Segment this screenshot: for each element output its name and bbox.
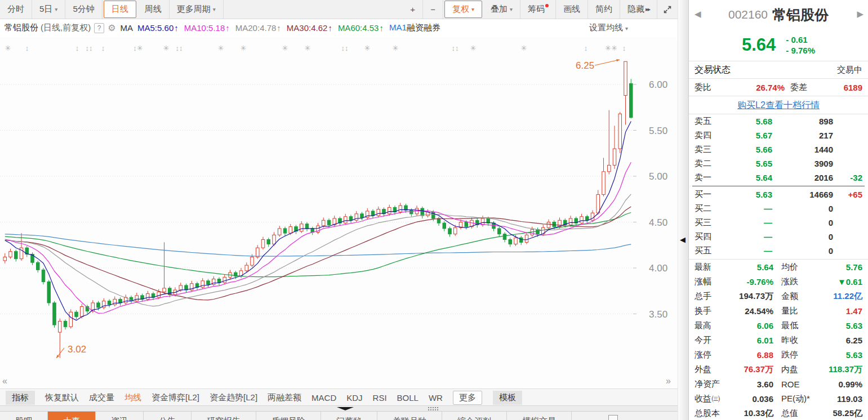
ma-settings-dropdown[interactable]: 设置均线▾	[589, 23, 628, 33]
event-marker-icon[interactable]: ↕↕	[176, 44, 183, 52]
indicator-fund-game[interactable]: 资金博弈[L2]	[152, 392, 199, 403]
chart-canvas[interactable]: 6.005.505.004.504.003.50✳↕↕↕↕↕↕✳✳↕↕✳✳✳✳↕…	[0, 37, 678, 388]
tab-simulation[interactable]: 模拟交易	[507, 412, 572, 420]
indicator-kdj[interactable]: KDJ	[346, 393, 362, 403]
period-5day-button[interactable]: 5日▾	[32, 0, 65, 19]
event-marker-icon[interactable]: ↕	[25, 44, 29, 52]
candle-body	[509, 239, 512, 244]
event-marker-icon[interactable]: ↕↕	[341, 44, 349, 52]
period-5min-label: 5分钟	[73, 4, 94, 15]
stat-label: 跌停	[781, 350, 820, 360]
stat-value: 194.73万	[731, 291, 773, 302]
panel-collapse-strip[interactable]: ◀	[678, 0, 689, 420]
indicator-restore-default[interactable]: 恢复默认	[45, 392, 79, 403]
overlay-button[interactable]: 叠加▾	[483, 0, 520, 19]
gear-icon[interactable]: ⚙	[108, 23, 115, 33]
price-change-pct: - 9.76%	[786, 45, 815, 56]
scroll-right-button[interactable]: »	[666, 376, 671, 386]
tab-ask-secretary[interactable]: 问董秘	[321, 412, 377, 420]
candle-body	[223, 277, 226, 283]
event-marker-icon[interactable]: ✳	[5, 44, 11, 52]
tab-research[interactable]: 研究报告	[192, 412, 256, 420]
period-weekly-button[interactable]: 周线	[137, 0, 170, 19]
stat-value: ▼0.61	[820, 277, 862, 287]
stat-value: 24.54%	[731, 306, 773, 316]
event-marker-icon[interactable]: ↕✳	[133, 44, 143, 52]
event-marker-icon[interactable]: ✳	[163, 44, 170, 52]
indicator-wr[interactable]: WR	[429, 393, 443, 403]
prev-stock-arrow[interactable]: ◀	[695, 9, 701, 19]
event-marker-icon[interactable]: ↕	[584, 44, 588, 52]
simple-mode-button[interactable]: 简约	[588, 0, 620, 19]
candle-body	[503, 234, 506, 240]
candle-body	[251, 257, 254, 265]
event-marker-icon[interactable]: ↕↕	[86, 44, 93, 52]
event-marker-icon[interactable]: ✳	[521, 44, 527, 52]
event-marker-icon[interactable]: ✳	[470, 44, 477, 52]
help-icon[interactable]: ?	[94, 23, 104, 33]
period-5min-button[interactable]: 5分钟	[65, 0, 102, 19]
tab-related[interactable]: 关联品种	[377, 412, 442, 420]
indicator-margin-diff[interactable]: 两融差额	[268, 392, 301, 403]
zoom-out-button[interactable]: −	[423, 0, 443, 19]
event-marker-icon[interactable]: ✳	[241, 44, 247, 52]
indicator-template[interactable]: 模板	[493, 391, 522, 405]
period-time-sharing-button[interactable]: 分时	[0, 0, 32, 19]
event-marker-icon[interactable]: ↕↕	[452, 44, 459, 52]
tab-notice[interactable]: 公告	[144, 412, 192, 420]
ma-info-row: 常铝股份 (日线,前复权) ? ⚙ MA MA5:5.60↑MA10:5.18↑…	[0, 19, 678, 37]
ma-value-1: MA10:5.18↑	[184, 23, 230, 33]
event-marker-icon[interactable]: ↕	[622, 44, 626, 52]
event-marker-icon[interactable]: ✳	[282, 44, 288, 52]
drag-handle-icon[interactable]	[428, 407, 438, 410]
next-stock-arrow[interactable]: ▶	[857, 9, 863, 19]
indicator-volume[interactable]: 成交量	[89, 392, 114, 403]
tab-guba[interactable]: 股吧	[0, 412, 48, 420]
event-marker-icon[interactable]: ✳	[305, 44, 311, 52]
event-marker-icon[interactable]: ↕	[75, 44, 79, 52]
collapse-down-arrow-icon[interactable]	[337, 407, 354, 410]
event-marker-icon[interactable]: ✳	[364, 44, 371, 52]
scroll-left-button[interactable]: «	[2, 376, 7, 386]
fullscreen-button[interactable]	[657, 0, 678, 19]
indicator-rsi[interactable]: RSI	[373, 393, 387, 403]
stat-value: 5.76	[820, 262, 862, 272]
weibi-value: 26.74%	[722, 83, 790, 92]
candlestick-chart[interactable]: 6.005.505.004.504.003.50✳↕↕↕↕↕↕✳✳↕↕✳✳✳✳↕…	[0, 37, 678, 388]
indicator-more[interactable]: 更多	[453, 391, 482, 405]
stat-label: 换手	[695, 306, 731, 316]
tab-events[interactable]: 大事	[48, 412, 96, 420]
indicator-indicator[interactable]: 指标	[6, 391, 35, 405]
chips-button[interactable]: 筹码	[520, 0, 556, 19]
hide-button[interactable]: 隐藏▸▸	[620, 0, 657, 19]
price-adjust-button[interactable]: 复权▾	[444, 1, 482, 18]
mini-window-icon[interactable]	[608, 415, 618, 420]
period-daily-button[interactable]: 日线	[104, 1, 136, 18]
tab-rating[interactable]: 综合评判	[442, 412, 507, 420]
weicha-label: 委差	[790, 82, 818, 93]
draw-line-button[interactable]: 画线	[556, 0, 588, 19]
event-marker-icon[interactable]: ↕	[101, 44, 105, 52]
stat-value: 5.63	[820, 321, 862, 330]
event-marker-icon[interactable]: ✳	[218, 44, 224, 52]
more-periods-button[interactable]: 更多周期▾	[170, 0, 224, 19]
chart-stock-name: 常铝股份	[5, 23, 38, 33]
indicator-boll[interactable]: BOLL	[397, 393, 419, 403]
candle-body	[37, 262, 40, 270]
event-marker-icon[interactable]: ✳	[393, 44, 399, 52]
tab-pledge-risk[interactable]: 质押风险	[256, 412, 321, 420]
indicator-bar: 指标恢复默认成交量均线资金博弈[L2]资金趋势[L2]两融差额MACDKDJRS…	[0, 388, 678, 406]
event-marker-icon[interactable]: ✳✳	[605, 44, 617, 52]
buy-level-volume: 0	[772, 232, 833, 242]
indicator-fund-trend[interactable]: 资金趋势[L2]	[210, 392, 257, 403]
indicator-macd[interactable]: MACD	[311, 393, 336, 403]
candle-body	[179, 285, 182, 290]
tab-news[interactable]: 资讯	[96, 412, 144, 420]
chevron-down-icon: ▾	[471, 6, 474, 12]
indicator-ma[interactable]: 均线	[124, 392, 141, 403]
l2-purchase-link[interactable]: 购买L2查看十档行情	[689, 96, 868, 114]
quote-panel: ◀ 002160 常铝股份 ▶ 5.64 - 0.61 - 9.76% 交易状态…	[688, 0, 868, 420]
candle-body	[591, 213, 594, 220]
zoom-in-button[interactable]: +	[403, 0, 423, 19]
period-weekly-label: 周线	[145, 4, 162, 15]
